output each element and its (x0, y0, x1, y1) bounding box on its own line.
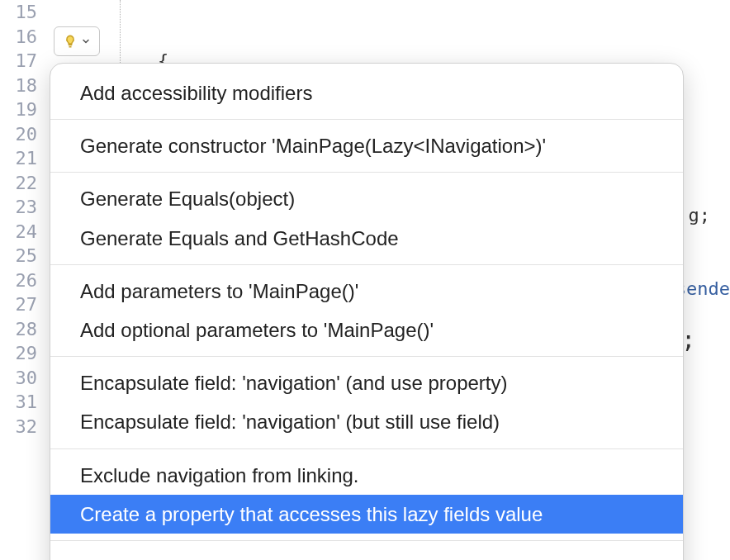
line-number: 23 (0, 195, 37, 220)
partial-code-fragment: g; (689, 205, 711, 225)
menu-item[interactable]: Add optional parameters to 'MainPage()' (50, 311, 683, 349)
line-number: 17 (0, 49, 37, 74)
menu-item[interactable]: Encapsulate field: 'navigation' (but sti… (50, 402, 683, 441)
menu-item-label: Add optional parameters to 'MainPage()' (80, 317, 653, 343)
line-number: 24 (0, 220, 37, 244)
menu-item[interactable]: Add accessibility modifiers (50, 74, 683, 112)
line-number: 15 (0, 0, 37, 25)
chevron-down-icon (81, 36, 91, 46)
menu-item[interactable]: Generate constructor 'MainPage(Lazy<INav… (50, 126, 683, 165)
menu-item[interactable]: Generate Equals(object) (50, 179, 683, 218)
menu-separator (50, 264, 683, 265)
menu-item[interactable]: Encapsulate field: 'navigation' (and use… (50, 363, 683, 402)
line-number: 26 (0, 268, 37, 293)
menu-item-label: Add accessibility modifiers (80, 80, 653, 106)
menu-separator (50, 119, 683, 120)
menu-item-label: Create a property that accesses this laz… (80, 501, 653, 527)
menu-item[interactable]: Exclude navigation from linking. (50, 456, 683, 495)
line-number: 27 (0, 292, 37, 317)
menu-item-label: Encapsulate field: 'navigation' (and use… (80, 370, 653, 396)
menu-item[interactable]: Create a property that accesses this laz… (50, 495, 683, 534)
menu-separator (50, 448, 683, 449)
line-number: 20 (0, 122, 37, 147)
line-number: 18 (0, 74, 37, 98)
line-number: 22 (0, 171, 37, 196)
line-number: 28 (0, 317, 37, 342)
line-number: 30 (0, 366, 37, 391)
menu-item[interactable]: Add parameters to 'MainPage()' (50, 272, 683, 311)
menu-item-label: Exclude navigation from linking. (80, 463, 653, 488)
menu-item-label: Add parameters to 'MainPage()' (80, 278, 653, 304)
line-number: 31 (0, 390, 37, 415)
line-number: 16 (0, 25, 37, 50)
menu-item-label: Generate Equals and GetHashCode (80, 225, 653, 251)
quick-actions-menu[interactable]: Add accessibility modifiersGenerate cons… (50, 63, 684, 560)
line-number: 25 (0, 244, 37, 268)
menu-item-label: Configure or Suppress issues (80, 554, 642, 560)
menu-separator (50, 172, 683, 173)
menu-item-label: Generate Equals(object) (80, 186, 653, 211)
quick-actions-button[interactable] (54, 26, 100, 56)
line-number: 32 (0, 415, 37, 439)
menu-item-label: Generate constructor 'MainPage(Lazy<INav… (80, 133, 653, 159)
menu-separator (50, 540, 683, 541)
menu-item[interactable]: Generate Equals and GetHashCode (50, 219, 683, 258)
line-number: 29 (0, 341, 37, 366)
menu-item[interactable]: Configure or Suppress issues (50, 548, 683, 560)
line-number-gutter: 151617181920212223242526272829303132 (0, 0, 54, 560)
menu-item-label: Encapsulate field: 'navigation' (but sti… (80, 409, 653, 434)
menu-separator (50, 356, 683, 357)
line-number: 21 (0, 146, 37, 171)
line-number: 19 (0, 97, 37, 122)
lightbulb-icon (63, 34, 78, 49)
